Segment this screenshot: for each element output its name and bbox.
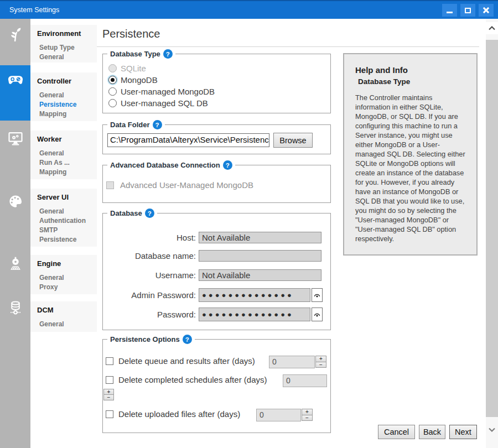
icon-sidebar xyxy=(0,19,30,448)
nav-item-dcm-general[interactable]: General xyxy=(30,320,97,329)
close-icon xyxy=(483,7,490,14)
nav-item-controller-persistence[interactable]: Persistence xyxy=(30,100,97,110)
scroll-up-button[interactable] xyxy=(486,22,498,34)
username-input: Not Available xyxy=(199,269,321,281)
help-icon[interactable]: ? xyxy=(153,120,162,129)
nav-item-engine-proxy[interactable]: Proxy xyxy=(30,283,97,292)
delete-schedules-label: Delete completed schedules after (days) xyxy=(118,374,267,386)
nav-title-engine: Engine xyxy=(30,259,97,268)
persistence-options-legend: Persistence Options ? xyxy=(107,335,195,344)
spin-down-button[interactable]: − xyxy=(302,415,313,421)
back-button[interactable]: Back xyxy=(419,425,445,439)
cancel-button[interactable]: Cancel xyxy=(378,425,415,439)
radio-sqlite[interactable]: SQLite xyxy=(108,63,146,73)
delete-queue-checkbox[interactable] xyxy=(106,357,113,365)
password-input: ●●●●●●●●●●●●●● xyxy=(199,308,310,321)
titlebar: System Settings xyxy=(0,0,498,19)
nav-title-dcm: DCM xyxy=(30,306,97,315)
nav-item-engine-general[interactable]: General xyxy=(30,273,97,283)
help-icon[interactable]: ? xyxy=(223,160,232,170)
delete-uploaded-files-checkbox[interactable] xyxy=(106,410,113,418)
admin-password-reveal-button[interactable] xyxy=(312,288,323,302)
nav-section-controller: Controller General Persistence Mapping xyxy=(30,72,97,121)
database-legend: Database ? xyxy=(107,209,157,218)
settings-nav: Environment Setup Type General Controlle… xyxy=(30,19,97,448)
nav-title-controller: Controller xyxy=(30,77,97,86)
sidebar-item-dcm[interactable] xyxy=(0,298,30,318)
delete-uploaded-files-spinner: + − xyxy=(302,409,313,421)
gamepad-icon xyxy=(7,71,24,88)
host-input: Not Available xyxy=(199,232,321,243)
nav-item-server-ui-smtp[interactable]: SMTP xyxy=(30,226,97,235)
chevron-up-icon xyxy=(489,26,495,30)
advanced-mongodb-checkbox[interactable] xyxy=(106,181,114,189)
password-reveal-button[interactable] xyxy=(312,308,323,321)
nav-item-controller-mapping[interactable]: Mapping xyxy=(30,110,97,119)
main-content: Persistence Database Type ? SQLite Mongo… xyxy=(97,19,486,448)
minimize-button[interactable] xyxy=(442,4,457,17)
spin-down-button[interactable]: − xyxy=(103,394,114,400)
nav-item-worker-general[interactable]: General xyxy=(30,149,97,158)
database-connections-icon xyxy=(7,300,24,316)
radio-mongodb[interactable]: MongoDB xyxy=(108,75,158,85)
maximize-icon xyxy=(465,8,471,13)
data-folder-input[interactable]: C:\ProgramData\Alteryx\Service\Persisten… xyxy=(107,133,269,147)
sidebar-item-engine[interactable] xyxy=(0,254,30,274)
data-folder-group: Data Folder ? C:\ProgramData\Alteryx\Ser… xyxy=(102,124,331,154)
sidebar-item-worker[interactable] xyxy=(0,128,30,148)
nav-title-worker: Worker xyxy=(30,135,97,144)
title-divider xyxy=(97,46,479,47)
help-icon[interactable]: ? xyxy=(163,49,173,59)
sidebar-item-controller[interactable] xyxy=(0,70,30,90)
page-title: Persistence xyxy=(102,28,160,40)
advanced-connection-group: Advanced Database Connection ? Advanced … xyxy=(102,165,331,203)
database-type-legend: Database Type ? xyxy=(107,49,175,59)
maximize-button[interactable] xyxy=(460,4,475,17)
nav-item-server-ui-general[interactable]: General xyxy=(30,207,97,216)
database-name-label: Database name: xyxy=(103,250,196,262)
nav-item-worker-run-as[interactable]: Run As ... xyxy=(30,158,97,168)
database-name-input xyxy=(199,250,321,262)
scroll-down-button[interactable] xyxy=(486,424,498,436)
help-icon[interactable]: ? xyxy=(183,335,192,344)
radio-button-mongodb[interactable] xyxy=(108,76,117,84)
radio-user-managed-mongodb[interactable]: User-managed MongoDB xyxy=(108,86,215,96)
delete-schedules-days-input[interactable]: 0 xyxy=(283,374,327,387)
radio-button-user-managed-sql-db[interactable] xyxy=(108,99,117,107)
minimize-icon xyxy=(447,12,453,13)
next-button[interactable]: Next xyxy=(449,425,477,439)
help-panel: Help and Info Database Type The Controll… xyxy=(343,53,478,256)
nav-section-dcm: DCM General xyxy=(30,301,97,332)
plant-icon xyxy=(7,27,24,43)
delete-uploaded-files-days-input[interactable]: 0 xyxy=(256,409,301,421)
nav-item-server-ui-authentication[interactable]: Authentication xyxy=(30,216,97,226)
delete-uploaded-files-label: Delete uploaded files after (days) xyxy=(118,409,240,420)
radio-button-user-managed-mongodb[interactable] xyxy=(108,87,117,96)
scrollbar-thumb[interactable] xyxy=(486,40,498,417)
nav-item-worker-mapping[interactable]: Mapping xyxy=(30,168,97,177)
nav-item-environment-general[interactable]: General xyxy=(30,53,97,62)
admin-password-input: ●●●●●●●●●●●●●● xyxy=(199,288,310,302)
help-icon[interactable]: ? xyxy=(145,209,154,218)
nav-title-environment: Environment xyxy=(30,29,97,38)
nav-section-server-ui: Server UI General Authentication SMTP Pe… xyxy=(30,189,97,247)
advanced-mongodb-label: Advanced User-Managed MongoDB xyxy=(120,180,253,191)
radio-button-sqlite[interactable] xyxy=(108,64,117,72)
browse-button[interactable]: Browse xyxy=(273,133,313,148)
radio-user-managed-sql-db[interactable]: User-managed SQL DB xyxy=(108,98,208,108)
sidebar-item-server-ui[interactable] xyxy=(0,191,30,211)
persistence-options-group: Persistence Options ? Delete queue and r… xyxy=(102,339,331,433)
delete-schedules-checkbox[interactable] xyxy=(106,376,113,384)
nav-item-server-ui-persistence[interactable]: Persistence xyxy=(30,235,97,244)
spin-down-button[interactable]: − xyxy=(315,362,326,368)
data-folder-legend: Data Folder ? xyxy=(107,120,165,129)
sidebar-item-environment[interactable] xyxy=(0,25,30,45)
close-button[interactable] xyxy=(479,4,494,17)
palette-icon xyxy=(7,193,24,210)
window-title: System Settings xyxy=(9,6,59,14)
delete-queue-days-input[interactable]: 0 xyxy=(269,356,315,368)
nav-item-setup-type[interactable]: Setup Type xyxy=(30,43,97,53)
nav-item-controller-general[interactable]: General xyxy=(30,91,97,100)
reveal-password-icon xyxy=(313,311,321,317)
nav-section-engine: Engine General Proxy xyxy=(30,255,97,294)
